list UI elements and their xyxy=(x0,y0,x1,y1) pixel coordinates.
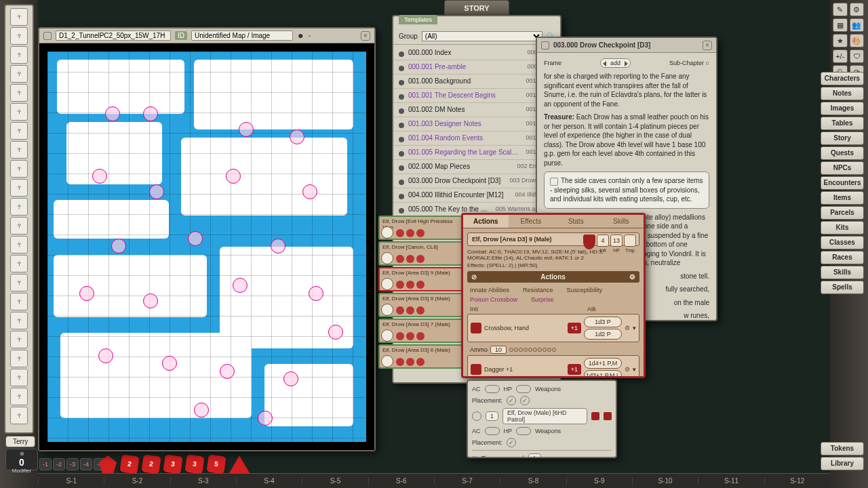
mail-icon[interactable]: ✉ xyxy=(472,455,477,457)
times-field[interactable]: 1 xyxy=(528,453,541,457)
turn-token[interactable]: ☥ xyxy=(10,312,28,329)
turn-token[interactable]: ☥ xyxy=(10,141,28,159)
damage-button[interactable]: 1d3+1 P,M,L xyxy=(584,370,622,376)
link-icon[interactable] xyxy=(541,41,549,49)
gear-icon[interactable]: ⚙ xyxy=(629,273,635,281)
tool-button[interactable]: ▦ xyxy=(833,18,848,32)
turn-token[interactable]: ☥ xyxy=(10,388,28,405)
damage-button[interactable]: 1d2 P xyxy=(584,329,622,340)
npc-token[interactable] xyxy=(233,278,248,293)
gear-icon[interactable]: ⚙ xyxy=(625,325,630,331)
lock-icon[interactable] xyxy=(550,178,558,186)
status-icon[interactable] xyxy=(406,358,414,366)
combat-tracker-list[interactable]: jd.ct.forEach(n=>{ document.write('<div … xyxy=(378,216,462,370)
hotbar-slot[interactable]: S-3 xyxy=(170,477,236,485)
ct-entry[interactable]: Elf, Drow [Area D3] 7 (Male) xyxy=(378,319,462,343)
sidebar-item[interactable]: Tables xyxy=(821,117,864,130)
sidebar-item[interactable]: NPCs xyxy=(821,161,864,175)
npc-token[interactable] xyxy=(143,106,158,121)
sidebar-item[interactable]: Encounters xyxy=(821,176,864,190)
status-icon[interactable] xyxy=(591,412,599,420)
turn-token[interactable]: ☥ xyxy=(10,236,28,253)
check-icon[interactable]: ✓ xyxy=(507,438,516,447)
status-icon[interactable] xyxy=(604,412,612,420)
turn-token[interactable]: ☥ xyxy=(10,84,28,102)
weapon-row[interactable]: Dagger +1 +1 1d4+1 P,M 1d3+1 P,M,L ⚙ ▾ xyxy=(467,355,639,376)
npc-token[interactable] xyxy=(220,364,235,379)
attack-button[interactable]: +1 xyxy=(568,323,581,333)
tab[interactable]: Effects xyxy=(509,215,554,228)
close-icon[interactable]: × xyxy=(361,31,370,41)
tab[interactable]: Actions xyxy=(463,215,509,228)
sidebar-item[interactable]: Kits xyxy=(821,221,864,235)
status-icon[interactable] xyxy=(396,306,404,314)
turn-token[interactable]: ☥ xyxy=(10,122,28,140)
npc-token[interactable] xyxy=(188,231,203,246)
turn-token[interactable]: ☥ xyxy=(10,103,28,121)
sidebar-item[interactable]: Skills xyxy=(821,266,864,279)
id-button[interactable]: ID xyxy=(175,31,187,40)
turn-token[interactable]: ☥ xyxy=(10,274,28,291)
ammo-row[interactable]: Ammo 10 for(let i=0;i<10;i++)document.wr… xyxy=(467,344,639,355)
modifier-preset[interactable]: -1 xyxy=(39,458,52,470)
chevron-down-icon[interactable]: ▾ xyxy=(633,325,636,331)
npc-token[interactable] xyxy=(302,184,317,199)
status-icon[interactable] xyxy=(406,332,414,340)
status-icon[interactable] xyxy=(416,281,425,289)
status-icon[interactable] xyxy=(416,255,425,263)
turn-token[interactable]: ☥ xyxy=(10,331,28,348)
modifier-preset[interactable]: -3 xyxy=(66,458,79,470)
modifier-preset[interactable]: -4 xyxy=(80,458,92,470)
init-box[interactable]: 4 xyxy=(597,235,609,247)
turn-token[interactable]: ☥ xyxy=(10,407,28,424)
tmp-box[interactable] xyxy=(624,235,636,247)
hotbar-slot[interactable]: S-6 xyxy=(368,477,434,485)
sidebar-item[interactable]: Races xyxy=(821,251,864,264)
npc-token[interactable] xyxy=(92,169,107,184)
npc-token[interactable] xyxy=(309,286,323,301)
tool-button[interactable]: ⚙ xyxy=(850,3,865,16)
npc-token[interactable] xyxy=(283,371,298,386)
status-icon[interactable] xyxy=(416,229,425,237)
count-field[interactable]: 1 xyxy=(486,411,498,421)
hotbar-slot[interactable]: S-2 xyxy=(104,477,170,485)
group-select[interactable]: (All) xyxy=(422,31,542,41)
modifier-preset[interactable]: -2 xyxy=(53,458,65,470)
ammo-count[interactable]: 10 xyxy=(490,346,507,354)
d4-die[interactable] xyxy=(229,455,250,473)
poly-die[interactable]: 2 xyxy=(119,454,139,474)
die-icon[interactable] xyxy=(471,364,481,375)
hotbar-slot[interactable]: S-1 xyxy=(38,477,104,485)
face-icon[interactable]: ☻ xyxy=(297,32,304,39)
modifier-box[interactable]: ⊕ 0 Modifier xyxy=(5,449,38,470)
map-filename-input[interactable] xyxy=(56,30,171,41)
actions-section-header[interactable]: ⊘Actions⚙ xyxy=(467,271,639,283)
tool-button[interactable]: +/- xyxy=(833,49,848,63)
actions-panel[interactable]: jd.act.tabs.forEach((t,i)=>document.writ… xyxy=(461,213,646,378)
hotbar-slot[interactable]: S-5 xyxy=(302,477,368,485)
sidebar-item[interactable]: Classes xyxy=(821,236,864,249)
chevron-down-icon[interactable]: ▾ xyxy=(633,366,636,373)
hotbar-slot[interactable]: S-8 xyxy=(500,477,566,485)
sidebar-item[interactable]: Spells xyxy=(821,281,864,294)
ct-entry[interactable]: Elf, Drow [Area D3] 9 (Male) xyxy=(378,267,462,291)
tool-button[interactable]: 🛡 xyxy=(850,49,865,63)
hotbar-slot[interactable]: S-12 xyxy=(764,477,830,485)
status-icon[interactable] xyxy=(396,358,404,366)
encounter-panel[interactable]: AC HP Weapons Placement: ✓ ✓ 1 Elf, Drow… xyxy=(467,380,617,458)
sidebar-item[interactable]: Items xyxy=(821,191,864,205)
hotbar-slot[interactable]: S-9 xyxy=(566,477,632,485)
sidebar-item[interactable]: Quests xyxy=(821,146,864,160)
ct-entry[interactable]: Elf, Drow [Area D3] 6 (Male) xyxy=(378,344,462,369)
map-canvas[interactable]: const tks=[[18,14],[30,14],[60,18],[76,2… xyxy=(47,52,366,442)
frame-add-button[interactable]: add xyxy=(600,58,631,68)
ct-entry[interactable]: Elf, Drow [Area D3] 8 (Male) xyxy=(378,293,462,317)
npc-token[interactable] xyxy=(328,325,343,340)
turn-token[interactable]: ☥ xyxy=(10,179,28,197)
portrait-icon[interactable] xyxy=(472,411,481,421)
gear-icon[interactable]: ⚙ xyxy=(625,366,630,373)
sidebar-item[interactable]: Library xyxy=(821,457,864,470)
turn-token[interactable]: ☥ xyxy=(10,160,28,178)
poly-die[interactable]: 2 xyxy=(141,454,161,474)
status-icon[interactable] xyxy=(406,229,414,237)
